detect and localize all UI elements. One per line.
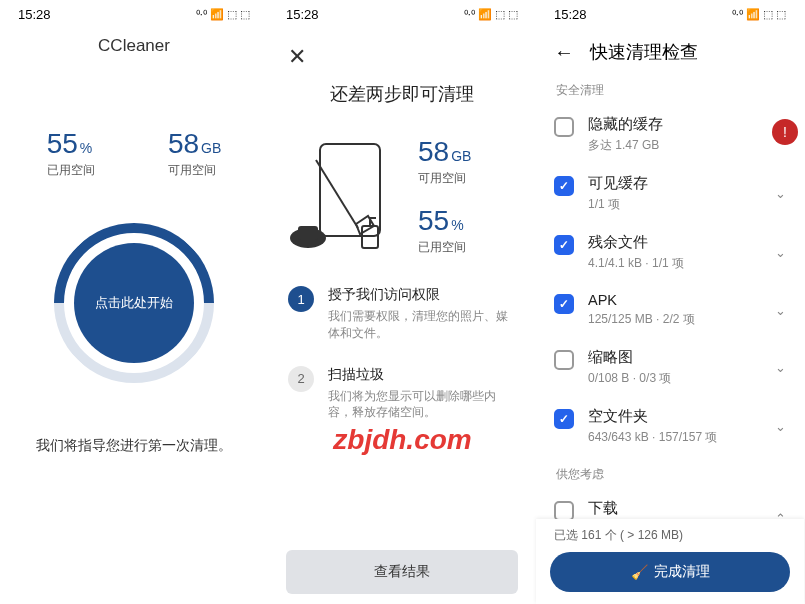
item-visible-cache[interactable]: 可见缓存 1/1 项 ⌄	[536, 164, 804, 223]
screen-title: 快速清理检查	[590, 40, 698, 64]
hero-section: 58GB 可用空间 55% 已用空间	[268, 136, 536, 256]
status-time: 15:28	[554, 7, 587, 22]
item-empty-folders[interactable]: 空文件夹 643/643 kB · 157/157 项 ⌄	[536, 397, 804, 456]
step-2-desc: 我们将为您显示可以删除哪些内容，释放存储空间。	[328, 388, 516, 422]
chevron-down-icon[interactable]: ⌄	[775, 245, 786, 260]
device-illustration	[290, 136, 400, 256]
step-2-content: 扫描垃圾 我们将为您显示可以删除哪些内容，释放存储空间。	[328, 366, 516, 422]
item-residual-files[interactable]: 残余文件 4.1/4.1 kB · 1/1 项 ⌄	[536, 223, 804, 282]
view-results-button[interactable]: 查看结果	[286, 550, 518, 594]
item-subtitle: 125/125 MB · 2/2 项	[588, 311, 761, 328]
item-subtitle: 643/643 kB · 157/157 项	[588, 429, 761, 446]
onboarding-screen: 15:28 ⁰·⁰ 📶 ⬚ ⬚ ✕ 还差两步即可清理 58GB 可用空间 55%	[268, 0, 536, 604]
finish-clean-button[interactable]: 🧹 完成清理	[550, 552, 790, 592]
checkbox-empty-folders[interactable]	[554, 409, 574, 429]
checkbox-downloads[interactable]	[554, 501, 574, 521]
section-safe-clean: 安全清理	[536, 72, 804, 105]
checkbox-residual-files[interactable]	[554, 235, 574, 255]
start-button[interactable]: 点击此处开始	[74, 243, 194, 363]
item-title: APK	[588, 292, 761, 308]
item-title: 隐藏的缓存	[588, 115, 786, 134]
onboarding-stats: 58GB 可用空间 55% 已用空间	[418, 136, 471, 256]
chevron-down-icon[interactable]: ⌄	[775, 419, 786, 434]
progress-ring: 点击此处开始	[54, 223, 214, 383]
item-hidden-cache[interactable]: 隐藏的缓存 多达 1.47 GB !	[536, 105, 804, 164]
used-space-stat: 55% 已用空间	[418, 205, 471, 256]
status-bar: 15:28 ⁰·⁰ 📶 ⬚ ⬚	[268, 0, 536, 28]
item-title: 残余文件	[588, 233, 761, 252]
status-bar: 15:28 ⁰·⁰ 📶 ⬚ ⬚	[536, 0, 804, 28]
item-subtitle: 1/1 项	[588, 196, 761, 213]
status-time: 15:28	[286, 7, 319, 22]
step-1[interactable]: 1 授予我们访问权限 我们需要权限，清理您的照片、媒体和文件。	[288, 286, 516, 342]
used-unit: %	[451, 217, 463, 233]
guide-text: 我们将指导您进行第一次清理。	[0, 435, 268, 456]
start-circle-wrap: 点击此处开始	[0, 223, 268, 383]
svg-line-1	[316, 160, 358, 228]
item-subtitle: 多达 1.47 GB	[588, 137, 786, 154]
home-screen: 15:28 ⁰·⁰ 📶 ⬚ ⬚ CCleaner 55% 已用空间 58GB 可…	[0, 0, 268, 604]
free-space-stat: 58GB 可用空间	[168, 128, 221, 179]
status-bar: 15:28 ⁰·⁰ 📶 ⬚ ⬚	[0, 0, 268, 28]
step-2-badge: 2	[288, 366, 314, 392]
used-value: 55	[418, 205, 449, 237]
step-1-content: 授予我们访问权限 我们需要权限，清理您的照片、媒体和文件。	[328, 286, 516, 342]
broom-icon: 🧹	[631, 564, 648, 580]
used-space-stat: 55% 已用空间	[47, 128, 95, 179]
free-unit: GB	[451, 148, 471, 164]
checkbox-apk[interactable]	[554, 294, 574, 314]
finish-clean-label: 完成清理	[654, 563, 710, 581]
item-subtitle: 0/108 B · 0/3 项	[588, 370, 761, 387]
step-2[interactable]: 2 扫描垃圾 我们将为您显示可以删除哪些内容，释放存储空间。	[288, 366, 516, 422]
quick-clean-screen: 15:28 ⁰·⁰ 📶 ⬚ ⬚ ← 快速清理检查 安全清理 隐藏的缓存 多达 1…	[536, 0, 804, 604]
item-subtitle: 4.1/4.1 kB · 1/1 项	[588, 255, 761, 272]
step-1-desc: 我们需要权限，清理您的照片、媒体和文件。	[328, 308, 516, 342]
step-1-badge: 1	[288, 286, 314, 312]
free-label: 可用空间	[168, 162, 221, 179]
free-space-stat: 58GB 可用空间	[418, 136, 471, 187]
free-value: 58	[418, 136, 449, 168]
free-label: 可用空间	[418, 170, 471, 187]
status-icons: ⁰·⁰ 📶 ⬚ ⬚	[732, 8, 786, 21]
screen-header: ← 快速清理检查	[536, 28, 804, 72]
warning-icon[interactable]: !	[772, 119, 798, 145]
steps-list: 1 授予我们访问权限 我们需要权限，清理您的照片、媒体和文件。 2 扫描垃圾 我…	[268, 286, 536, 445]
free-unit: GB	[201, 140, 221, 156]
onboarding-title: 还差两步即可清理	[268, 82, 536, 106]
item-title: 可见缓存	[588, 174, 761, 193]
app-title: CCleaner	[0, 36, 268, 56]
checkbox-thumbnails[interactable]	[554, 350, 574, 370]
item-title: 下载	[588, 499, 761, 518]
used-label: 已用空间	[418, 239, 471, 256]
used-unit: %	[80, 140, 92, 156]
chevron-down-icon[interactable]: ⌄	[775, 186, 786, 201]
selection-summary: 已选 161 个 ( > 126 MB)	[550, 527, 790, 544]
back-button[interactable]: ←	[554, 41, 574, 64]
step-2-title: 扫描垃圾	[328, 366, 516, 384]
item-apk[interactable]: APK 125/125 MB · 2/2 项 ⌄	[536, 282, 804, 338]
storage-stats: 55% 已用空间 58GB 可用空间	[0, 128, 268, 179]
item-title: 空文件夹	[588, 407, 761, 426]
item-title: 缩略图	[588, 348, 761, 367]
svg-rect-3	[298, 226, 318, 240]
status-time: 15:28	[18, 7, 51, 22]
close-button[interactable]: ✕	[288, 44, 306, 70]
section-consider: 供您考虑	[536, 456, 804, 489]
used-label: 已用空间	[47, 162, 95, 179]
free-value: 58	[168, 128, 199, 160]
chevron-down-icon[interactable]: ⌄	[775, 360, 786, 375]
step-1-title: 授予我们访问权限	[328, 286, 516, 304]
checkbox-hidden-cache[interactable]	[554, 117, 574, 137]
footer-bar: 已选 161 个 ( > 126 MB) 🧹 完成清理	[536, 519, 804, 604]
status-icons: ⁰·⁰ 📶 ⬚ ⬚	[196, 8, 250, 21]
item-thumbnails[interactable]: 缩略图 0/108 B · 0/3 项 ⌄	[536, 338, 804, 397]
chevron-down-icon[interactable]: ⌄	[775, 303, 786, 318]
used-value: 55	[47, 128, 78, 160]
checkbox-visible-cache[interactable]	[554, 176, 574, 196]
status-icons: ⁰·⁰ 📶 ⬚ ⬚	[464, 8, 518, 21]
